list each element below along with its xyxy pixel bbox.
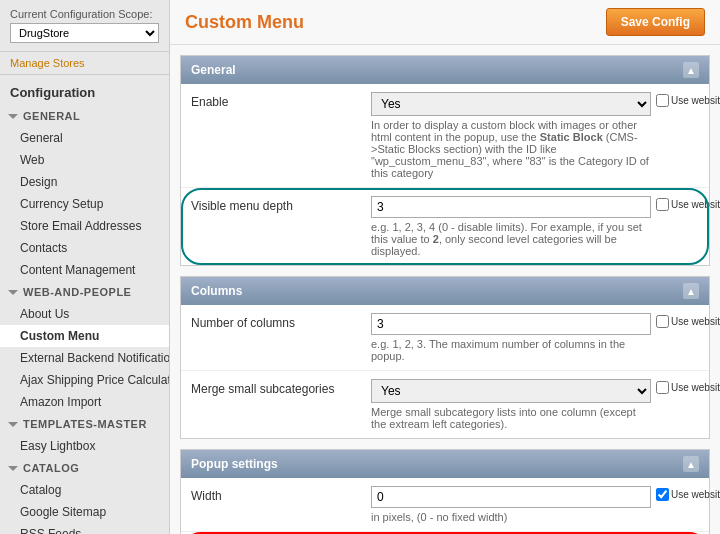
sidebar-item-google-sitemap[interactable]: Google Sitemap [0, 501, 169, 523]
arrow-icon-2 [8, 290, 18, 295]
field-visible-menu-depth-input-area: e.g. 1, 2, 3, 4 (0 - disable limits). Fo… [371, 196, 651, 257]
scope-section: Current Configuration Scope: DrugStore [0, 0, 169, 52]
field-number-of-columns-use-website-checkbox[interactable] [656, 315, 669, 328]
collapse-popup-settings-icon[interactable]: ▲ [683, 456, 699, 472]
sidebar-items-catalog: Catalog Google Sitemap RSS Feeds [0, 479, 169, 534]
sidebar-item-web[interactable]: Web [0, 149, 169, 171]
sidebar-section-templates-master[interactable]: TEMPLATES-MASTER [0, 413, 169, 435]
sidebar-item-ajax-shipping[interactable]: Ajax Shipping Price Calculator [0, 369, 169, 391]
field-number-of-columns-label: Number of columns [191, 313, 371, 330]
sidebar-item-general[interactable]: General [0, 127, 169, 149]
sidebar-heading: Configuration [0, 75, 169, 105]
field-visible-menu-depth-hint: e.g. 1, 2, 3, 4 (0 - disable limits). Fo… [371, 221, 651, 257]
section-general: General ▲ Enable Yes No In order to disp… [180, 55, 710, 266]
sidebar-item-amazon-import[interactable]: Amazon Import [0, 391, 169, 413]
scope-select[interactable]: DrugStore [10, 23, 159, 43]
section-web-and-people-label: WEB-AND-PEOPLE [23, 286, 131, 298]
field-merge-small-subcategories-select[interactable]: Yes No [371, 379, 651, 403]
field-width-use-website: Use website [651, 486, 720, 501]
field-width-use-website-checkbox[interactable] [656, 488, 669, 501]
field-width-input-area: in pixels, (0 - no fixed width) [371, 486, 651, 523]
sidebar-item-catalog[interactable]: Catalog [0, 479, 169, 501]
sidebar-section-web-and-people[interactable]: WEB-AND-PEOPLE [0, 281, 169, 303]
section-popup-settings-title: Popup settings [191, 457, 278, 471]
field-number-of-columns-use-website: Use website [651, 313, 720, 328]
arrow-icon-4 [8, 466, 18, 471]
field-number-of-columns: Number of columns e.g. 1, 2, 3. The maxi… [181, 305, 709, 371]
field-visible-menu-depth-use-website-checkbox[interactable] [656, 198, 669, 211]
sidebar-item-easy-lightbox[interactable]: Easy Lightbox [0, 435, 169, 457]
field-enable-label: Enable [191, 92, 371, 109]
sidebar-items-general: General Web Design Currency Setup Store … [0, 127, 169, 281]
arrow-icon-3 [8, 422, 18, 427]
field-enable-use-website-checkbox[interactable] [656, 94, 669, 107]
section-columns-title: Columns [191, 284, 242, 298]
sidebar-item-external-backend[interactable]: External Backend Notifications Disabler [0, 347, 169, 369]
sidebar-items-templates-master: Easy Lightbox [0, 435, 169, 457]
field-width: Width in pixels, (0 - no fixed width) Us… [181, 478, 709, 532]
section-catalog-label: CATALOG [23, 462, 79, 474]
field-width-hint: in pixels, (0 - no fixed width) [371, 511, 651, 523]
field-enable-select[interactable]: Yes No [371, 92, 651, 116]
save-config-button[interactable]: Save Config [606, 8, 705, 36]
sidebar-item-about-us[interactable]: About Us [0, 303, 169, 325]
field-merge-small-subcategories-hint: Merge small subcategory lists into one c… [371, 406, 651, 430]
section-general-title: General [191, 63, 236, 77]
section-popup-settings-body: Width in pixels, (0 - no fixed width) Us… [181, 478, 709, 534]
field-merge-small-subcategories-input-area: Yes No Merge small subcategory lists int… [371, 379, 651, 430]
section-general-header: General ▲ [181, 56, 709, 84]
field-merge-small-subcategories-use-website: Use website [651, 379, 720, 394]
top-bar: Custom Menu Save Config [170, 0, 720, 45]
sidebar-item-currency-setup[interactable]: Currency Setup [0, 193, 169, 215]
field-visible-menu-depth: Visible menu depth e.g. 1, 2, 3, 4 (0 - … [181, 188, 709, 265]
scope-label: Current Configuration Scope: [10, 8, 159, 20]
section-columns: Columns ▲ Number of columns e.g. 1, 2, 3… [180, 276, 710, 439]
arrow-icon [8, 114, 18, 119]
field-number-of-columns-input-area: e.g. 1, 2, 3. The maximum number of colu… [371, 313, 651, 362]
field-number-of-columns-input[interactable] [371, 313, 651, 335]
sidebar-section-catalog[interactable]: CATALOG [0, 457, 169, 479]
field-merge-small-subcategories-label: Merge small subcategories [191, 379, 371, 396]
field-enable-input-area: Yes No In order to display a custom bloc… [371, 92, 651, 179]
sidebar-section-general[interactable]: GENERAL [0, 105, 169, 127]
section-columns-body: Number of columns e.g. 1, 2, 3. The maxi… [181, 305, 709, 438]
section-popup-settings: Popup settings ▲ Width in pixels, (0 - n… [180, 449, 710, 534]
section-general-body: Enable Yes No In order to display a cust… [181, 84, 709, 265]
field-enable-use-website: Use website [651, 92, 720, 107]
field-width-label: Width [191, 486, 371, 503]
section-general-label: GENERAL [23, 110, 80, 122]
field-visible-menu-depth-use-website: Use website [651, 196, 720, 211]
field-number-of-columns-hint: e.g. 1, 2, 3. The maximum number of colu… [371, 338, 651, 362]
field-merge-small-subcategories-use-website-checkbox[interactable] [656, 381, 669, 394]
collapse-columns-icon[interactable]: ▲ [683, 283, 699, 299]
field-visible-menu-depth-label: Visible menu depth [191, 196, 371, 213]
field-merge-small-subcategories: Merge small subcategories Yes No Merge s… [181, 371, 709, 438]
section-popup-settings-header: Popup settings ▲ [181, 450, 709, 478]
sidebar-item-contacts[interactable]: Contacts [0, 237, 169, 259]
field-enable: Enable Yes No In order to display a cust… [181, 84, 709, 188]
field-width-input[interactable] [371, 486, 651, 508]
sidebar-item-rss-feeds[interactable]: RSS Feeds [0, 523, 169, 534]
sidebar-item-design[interactable]: Design [0, 171, 169, 193]
page-title: Custom Menu [185, 12, 304, 33]
field-enable-hint: In order to display a custom block with … [371, 119, 651, 179]
sidebar-item-store-email[interactable]: Store Email Addresses [0, 215, 169, 237]
sidebar-item-content-management[interactable]: Content Management [0, 259, 169, 281]
sidebar-items-web-and-people: About Us Custom Menu External Backend No… [0, 303, 169, 413]
section-templates-master-label: TEMPLATES-MASTER [23, 418, 147, 430]
field-visible-menu-depth-input[interactable] [371, 196, 651, 218]
section-columns-header: Columns ▲ [181, 277, 709, 305]
collapse-general-icon[interactable]: ▲ [683, 62, 699, 78]
manage-stores-link[interactable]: Manage Stores [0, 52, 169, 75]
main-content: Custom Menu Save Config General ▲ Enable… [170, 0, 720, 534]
sidebar: Current Configuration Scope: DrugStore M… [0, 0, 170, 534]
sidebar-item-custom-menu[interactable]: Custom Menu [0, 325, 169, 347]
